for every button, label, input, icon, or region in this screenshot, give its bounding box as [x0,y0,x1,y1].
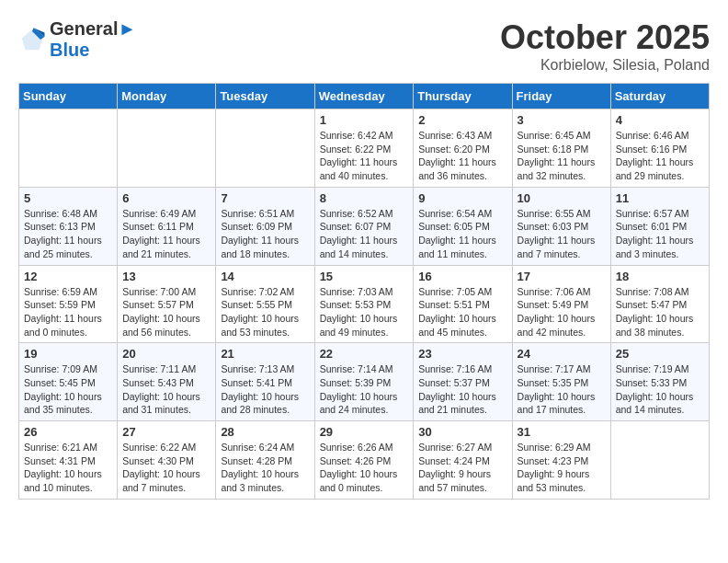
col-header-tuesday: Tuesday [216,84,314,109]
day-info: Sunrise: 6:55 AM Sunset: 6:03 PM Dayligh… [518,207,606,261]
calendar-cell: 24Sunrise: 7:17 AM Sunset: 5:35 PM Dayli… [512,343,610,421]
day-number: 12 [24,270,112,283]
calendar-cell: 9Sunrise: 6:54 AM Sunset: 6:05 PM Daylig… [414,187,512,265]
calendar-cell: 14Sunrise: 7:02 AM Sunset: 5:55 PM Dayli… [216,265,314,343]
day-number: 9 [418,191,506,205]
calendar-header-row: SundayMondayTuesdayWednesdayThursdayFrid… [19,84,710,109]
title-block: October 2025 Korbielow, Silesia, Poland [500,18,710,74]
calendar-table: SundayMondayTuesdayWednesdayThursdayFrid… [18,83,710,500]
day-number: 11 [616,191,704,205]
day-info: Sunrise: 7:13 AM Sunset: 5:41 PM Dayligh… [221,362,309,417]
day-number: 28 [221,425,309,439]
day-info: Sunrise: 7:08 AM Sunset: 5:47 PM Dayligh… [616,285,704,339]
calendar-cell: 20Sunrise: 7:11 AM Sunset: 5:43 PM Dayli… [118,343,216,421]
day-info: Sunrise: 6:57 AM Sunset: 6:01 PM Dayligh… [616,207,704,261]
day-number: 17 [518,270,606,283]
day-info: Sunrise: 6:24 AM Sunset: 4:28 PM Dayligh… [221,441,309,495]
calendar-cell: 30Sunrise: 6:27 AM Sunset: 4:24 PM Dayli… [414,421,512,500]
location: Korbielow, Silesia, Poland [500,57,710,74]
calendar-cell: 5Sunrise: 6:48 AM Sunset: 6:13 PM Daylig… [19,187,118,265]
calendar-cell [216,109,314,188]
logo: General► Blue [18,18,136,61]
day-number: 21 [221,347,309,361]
day-info: Sunrise: 7:17 AM Sunset: 5:35 PM Dayligh… [518,362,606,417]
day-number: 31 [518,425,606,439]
calendar-week-4: 26Sunrise: 6:21 AM Sunset: 4:31 PM Dayli… [19,421,710,500]
day-info: Sunrise: 6:54 AM Sunset: 6:05 PM Dayligh… [418,207,506,261]
calendar-week-0: 1Sunrise: 6:42 AM Sunset: 6:22 PM Daylig… [19,109,710,188]
day-number: 22 [320,347,409,361]
calendar-cell: 26Sunrise: 6:21 AM Sunset: 4:31 PM Dayli… [19,421,118,500]
day-number: 4 [616,113,704,127]
calendar-cell: 7Sunrise: 6:51 AM Sunset: 6:09 PM Daylig… [216,187,314,265]
calendar-cell: 10Sunrise: 6:55 AM Sunset: 6:03 PM Dayli… [512,187,610,265]
day-number: 29 [320,425,409,439]
calendar-week-2: 12Sunrise: 6:59 AM Sunset: 5:59 PM Dayli… [19,265,710,343]
day-number: 14 [221,270,309,283]
day-info: Sunrise: 6:46 AM Sunset: 6:16 PM Dayligh… [616,129,704,183]
logo-text: General► Blue [50,18,136,61]
day-info: Sunrise: 7:19 AM Sunset: 5:33 PM Dayligh… [616,362,704,417]
day-info: Sunrise: 7:14 AM Sunset: 5:39 PM Dayligh… [320,362,409,417]
day-info: Sunrise: 6:59 AM Sunset: 5:59 PM Dayligh… [24,285,112,339]
day-number: 19 [24,347,112,361]
calendar-week-1: 5Sunrise: 6:48 AM Sunset: 6:13 PM Daylig… [19,187,710,265]
day-info: Sunrise: 6:21 AM Sunset: 4:31 PM Dayligh… [24,441,112,495]
calendar-week-3: 19Sunrise: 7:09 AM Sunset: 5:45 PM Dayli… [19,343,710,421]
day-info: Sunrise: 6:52 AM Sunset: 6:07 PM Dayligh… [320,207,409,261]
day-number: 6 [122,191,210,205]
day-info: Sunrise: 7:06 AM Sunset: 5:49 PM Dayligh… [518,285,606,339]
day-number: 24 [518,347,606,361]
day-info: Sunrise: 7:00 AM Sunset: 5:57 PM Dayligh… [122,285,210,339]
calendar-cell: 2Sunrise: 6:43 AM Sunset: 6:20 PM Daylig… [414,109,512,188]
day-info: Sunrise: 6:27 AM Sunset: 4:24 PM Dayligh… [418,441,506,495]
day-info: Sunrise: 7:02 AM Sunset: 5:55 PM Dayligh… [221,285,309,339]
day-number: 1 [320,113,409,127]
day-info: Sunrise: 6:42 AM Sunset: 6:22 PM Dayligh… [320,129,409,183]
day-number: 5 [24,191,112,205]
calendar-cell: 12Sunrise: 6:59 AM Sunset: 5:59 PM Dayli… [19,265,118,343]
day-number: 26 [24,425,112,439]
calendar-cell [19,109,118,188]
col-header-saturday: Saturday [610,84,709,109]
calendar-cell: 23Sunrise: 7:16 AM Sunset: 5:37 PM Dayli… [414,343,512,421]
day-info: Sunrise: 6:51 AM Sunset: 6:09 PM Dayligh… [221,207,309,261]
calendar-cell: 21Sunrise: 7:13 AM Sunset: 5:41 PM Dayli… [216,343,314,421]
day-number: 3 [518,113,606,127]
calendar-cell [610,421,709,500]
day-number: 7 [221,191,309,205]
day-number: 15 [320,270,409,283]
col-header-sunday: Sunday [19,84,118,109]
day-number: 23 [418,347,506,361]
day-info: Sunrise: 6:49 AM Sunset: 6:11 PM Dayligh… [122,207,210,261]
day-info: Sunrise: 7:03 AM Sunset: 5:53 PM Dayligh… [320,285,409,339]
day-info: Sunrise: 7:16 AM Sunset: 5:37 PM Dayligh… [418,362,506,417]
calendar-cell: 19Sunrise: 7:09 AM Sunset: 5:45 PM Dayli… [19,343,118,421]
day-info: Sunrise: 7:09 AM Sunset: 5:45 PM Dayligh… [24,362,112,417]
logo-icon [18,26,46,53]
day-number: 16 [418,270,506,283]
calendar-cell: 3Sunrise: 6:45 AM Sunset: 6:18 PM Daylig… [512,109,610,188]
col-header-monday: Monday [118,84,216,109]
calendar-cell: 25Sunrise: 7:19 AM Sunset: 5:33 PM Dayli… [610,343,709,421]
col-header-wednesday: Wednesday [314,84,414,109]
day-number: 27 [122,425,210,439]
calendar-cell: 31Sunrise: 6:29 AM Sunset: 4:23 PM Dayli… [512,421,610,500]
day-info: Sunrise: 6:48 AM Sunset: 6:13 PM Dayligh… [24,207,112,261]
calendar-cell: 22Sunrise: 7:14 AM Sunset: 5:39 PM Dayli… [314,343,414,421]
page-header: General► Blue October 2025 Korbielow, Si… [18,18,710,74]
day-number: 8 [320,191,409,205]
calendar-cell: 17Sunrise: 7:06 AM Sunset: 5:49 PM Dayli… [512,265,610,343]
calendar-cell: 6Sunrise: 6:49 AM Sunset: 6:11 PM Daylig… [118,187,216,265]
calendar-cell [118,109,216,188]
day-info: Sunrise: 6:43 AM Sunset: 6:20 PM Dayligh… [418,129,506,183]
day-number: 13 [122,270,210,283]
calendar-cell: 27Sunrise: 6:22 AM Sunset: 4:30 PM Dayli… [118,421,216,500]
calendar-cell: 28Sunrise: 6:24 AM Sunset: 4:28 PM Dayli… [216,421,314,500]
calendar-cell: 4Sunrise: 6:46 AM Sunset: 6:16 PM Daylig… [610,109,709,188]
calendar-cell: 16Sunrise: 7:05 AM Sunset: 5:51 PM Dayli… [414,265,512,343]
day-number: 30 [418,425,506,439]
calendar-cell: 1Sunrise: 6:42 AM Sunset: 6:22 PM Daylig… [314,109,414,188]
day-info: Sunrise: 6:29 AM Sunset: 4:23 PM Dayligh… [518,441,606,495]
calendar-cell: 13Sunrise: 7:00 AM Sunset: 5:57 PM Dayli… [118,265,216,343]
